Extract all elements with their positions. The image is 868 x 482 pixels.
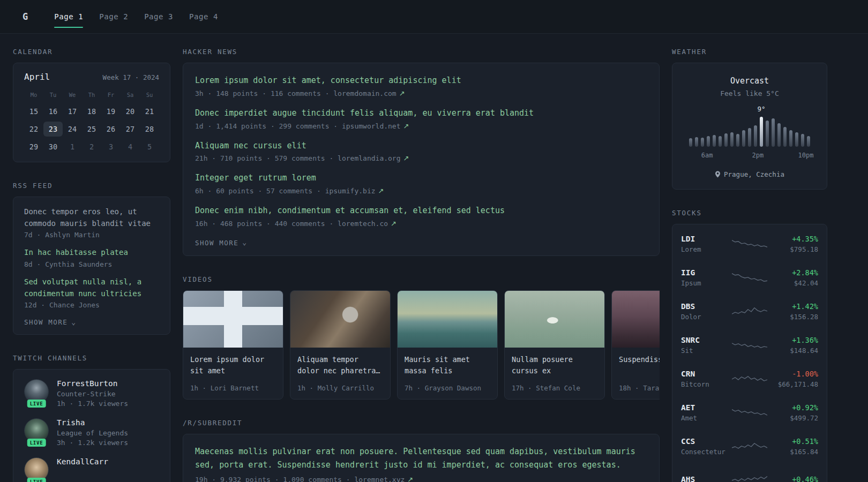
calendar-day[interactable]: 16 bbox=[43, 104, 63, 119]
hn-show-more-button[interactable]: SHOW MORE ⌄ bbox=[195, 239, 248, 247]
subreddit-widget-title: /R/SUBREDDIT bbox=[183, 419, 660, 427]
tab-page-2[interactable]: Page 2 bbox=[91, 0, 136, 33]
stock-ticker[interactable]: CRN bbox=[681, 370, 727, 378]
calendar-day[interactable]: 21 bbox=[140, 104, 159, 119]
calendar-day[interactable]: 25 bbox=[82, 122, 101, 137]
twitch-channel[interactable]: LIVE ForrestBurton Counter-Strike 1h · 1… bbox=[24, 379, 159, 408]
video-thumbnail[interactable] bbox=[290, 291, 390, 348]
stock-ticker[interactable]: IIG bbox=[681, 268, 727, 277]
rss-item-title[interactable]: Sed volutpat nulla nisl, a condimentum n… bbox=[24, 276, 159, 299]
calendar-day[interactable]: 29 bbox=[24, 139, 43, 154]
hn-item-title[interactable]: Integer eget rutrum lorem bbox=[195, 172, 647, 184]
subreddit-post-meta: 19h · 9,932 points · 1,090 comments · lo… bbox=[195, 476, 647, 482]
stock-row[interactable]: IIG Ipsum +2.84% $42.04 bbox=[681, 261, 818, 295]
weather-bar bbox=[730, 132, 734, 147]
hn-item[interactable]: Integer eget rutrum lorem 6h · 60 points… bbox=[195, 172, 647, 195]
stock-row[interactable]: CRN Bitcorn -1.00% $66,171.48 bbox=[681, 362, 818, 396]
video-title[interactable]: Mauris sit amet massa felis bbox=[405, 354, 490, 378]
video-title[interactable]: Nullam posuere cursus ex bbox=[512, 354, 597, 378]
stock-ticker[interactable]: CCS bbox=[681, 437, 727, 446]
rss-item-title[interactable]: Donec tempor eros leo, ut commodo mauris… bbox=[24, 206, 159, 229]
tab-page-3[interactable]: Page 3 bbox=[136, 0, 181, 33]
calendar-day[interactable]: 20 bbox=[121, 104, 140, 119]
calendar-day[interactable]: 15 bbox=[24, 104, 43, 119]
calendar-day[interactable]: 30 bbox=[43, 139, 63, 154]
hn-item-title[interactable]: Donec imperdiet augue tincidunt felis al… bbox=[195, 108, 647, 119]
video-thumbnail[interactable] bbox=[505, 291, 604, 348]
calendar-day[interactable]: 22 bbox=[24, 122, 43, 137]
channel-name[interactable]: KendallCarr bbox=[57, 457, 108, 466]
stock-ticker[interactable]: SNRC bbox=[681, 336, 727, 344]
hn-item[interactable]: Donec imperdiet augue tincidunt felis al… bbox=[195, 108, 647, 130]
stock-row[interactable]: AET Amet +0.92% $499.72 bbox=[681, 396, 818, 430]
rss-show-more-button[interactable]: SHOW MORE ⌄ bbox=[24, 318, 77, 326]
stock-row[interactable]: AHS +0.46% bbox=[681, 463, 818, 482]
calendar-day[interactable]: 17 bbox=[63, 104, 82, 119]
video-title[interactable]: Suspendisse diam bbox=[619, 354, 660, 378]
stock-ticker[interactable]: AET bbox=[681, 403, 727, 412]
stock-ticker[interactable]: AHS bbox=[681, 475, 727, 482]
video-thumbnail[interactable] bbox=[398, 291, 497, 348]
hn-item[interactable]: Aliquam nec cursus elit 21h · 710 points… bbox=[195, 140, 647, 163]
stock-ticker[interactable]: LDI bbox=[681, 235, 727, 243]
hn-domain-link[interactable]: loremtech.co bbox=[338, 220, 388, 228]
rss-item[interactable]: In hac habitasse platea 8d · Cynthia Sau… bbox=[24, 247, 159, 268]
video-card[interactable]: Suspendisse diam 18h · Tara bbox=[611, 290, 660, 400]
hn-item[interactable]: Donec enim nibh, condimentum et accumsan… bbox=[195, 205, 647, 228]
stock-sparkline bbox=[727, 440, 772, 454]
channel-name[interactable]: Trisha bbox=[57, 418, 128, 427]
subreddit-post-title[interactable]: Maecenas mollis pulvinar erat non posuer… bbox=[195, 445, 647, 472]
stock-change: +4.35% bbox=[772, 235, 818, 243]
video-thumbnail[interactable] bbox=[612, 291, 660, 348]
calendar-day-selected[interactable]: 23 bbox=[43, 122, 63, 137]
tab-page-4[interactable]: Page 4 bbox=[181, 0, 226, 33]
stock-row[interactable]: CCS Consectetur +0.51% $165.84 bbox=[681, 430, 818, 463]
twitch-channel[interactable]: LIVE KendallCarr bbox=[24, 457, 159, 482]
calendar-day[interactable]: 3 bbox=[101, 139, 121, 154]
hn-item-title[interactable]: Donec enim nibh, condimentum et accumsan… bbox=[195, 205, 647, 217]
video-card[interactable]: Aliquam tempor dolor nec pharetra… 1h · … bbox=[290, 290, 391, 400]
stock-row[interactable]: DBS Dolor +1.42% $156.28 bbox=[681, 295, 818, 328]
calendar-day[interactable]: 26 bbox=[101, 122, 121, 137]
calendar-dow: Sa bbox=[121, 89, 140, 101]
calendar-day[interactable]: 1 bbox=[63, 139, 82, 154]
tab-page-1[interactable]: Page 1 bbox=[46, 0, 91, 33]
show-more-label: SHOW MORE bbox=[195, 239, 238, 247]
app-logo[interactable]: G bbox=[23, 11, 28, 22]
hn-domain-link[interactable]: ipsumify.biz bbox=[325, 187, 376, 195]
video-card[interactable]: Nullam posuere cursus ex 17h · Stefan Co… bbox=[504, 290, 605, 400]
channel-viewers: 1h · 1.7k viewers bbox=[57, 400, 128, 408]
calendar-day[interactable]: 24 bbox=[63, 122, 82, 137]
calendar-day[interactable]: 19 bbox=[101, 104, 121, 119]
video-card[interactable]: Mauris sit amet massa felis 7h · Grayson… bbox=[397, 290, 498, 400]
video-title[interactable]: Aliquam tempor dolor nec pharetra… bbox=[297, 354, 383, 378]
video-thumbnail[interactable] bbox=[183, 291, 283, 348]
rss-item[interactable]: Sed volutpat nulla nisl, a condimentum n… bbox=[24, 276, 159, 309]
rss-item[interactable]: Donec tempor eros leo, ut commodo mauris… bbox=[24, 206, 159, 239]
calendar-day[interactable]: 18 bbox=[82, 104, 101, 119]
calendar-day[interactable]: 4 bbox=[121, 139, 140, 154]
calendar-day[interactable]: 27 bbox=[121, 122, 140, 137]
rss-item-title[interactable]: In hac habitasse platea bbox=[24, 247, 159, 259]
calendar-day[interactable]: 28 bbox=[140, 122, 159, 137]
video-card[interactable]: Lorem ipsum dolor sit amet consectetu… 1… bbox=[183, 290, 283, 400]
weather-location[interactable]: Prague, Czechia bbox=[681, 170, 818, 178]
hn-item-title[interactable]: Aliquam nec cursus elit bbox=[195, 140, 647, 152]
video-meta: 1h · Lori Barnett bbox=[190, 384, 276, 392]
calendar-day[interactable]: 2 bbox=[82, 139, 101, 154]
stock-row[interactable]: SNRC Sit +1.36% $148.64 bbox=[681, 328, 818, 362]
hn-domain-link[interactable]: loremdomain.com bbox=[333, 89, 396, 97]
twitch-channel[interactable]: LIVE Trisha League of Legends 3h · 1.2k … bbox=[24, 418, 159, 447]
stock-row[interactable]: LDI Lorem +4.35% $795.18 bbox=[681, 227, 818, 261]
stocks-widget: STOCKS LDI Lorem +4.35% $795.18 IIG bbox=[672, 209, 827, 482]
channel-name[interactable]: ForrestBurton bbox=[57, 379, 128, 388]
calendar-day[interactable]: 5 bbox=[140, 139, 159, 154]
hn-item-title[interactable]: Lorem ipsum dolor sit amet, consectetur … bbox=[195, 75, 647, 87]
hn-item[interactable]: Lorem ipsum dolor sit amet, consectetur … bbox=[195, 75, 647, 97]
video-title[interactable]: Lorem ipsum dolor sit amet consectetu… bbox=[190, 354, 276, 378]
hn-domain-link[interactable]: loremlandia.org bbox=[338, 154, 400, 162]
subreddit-domain-link[interactable]: loremnet.xyz bbox=[354, 476, 405, 482]
stock-ticker[interactable]: DBS bbox=[681, 302, 727, 311]
hn-domain-link[interactable]: ipsumworld.net bbox=[342, 122, 401, 130]
middle-column: HACKER NEWS Lorem ipsum dolor sit amet, … bbox=[183, 48, 660, 482]
